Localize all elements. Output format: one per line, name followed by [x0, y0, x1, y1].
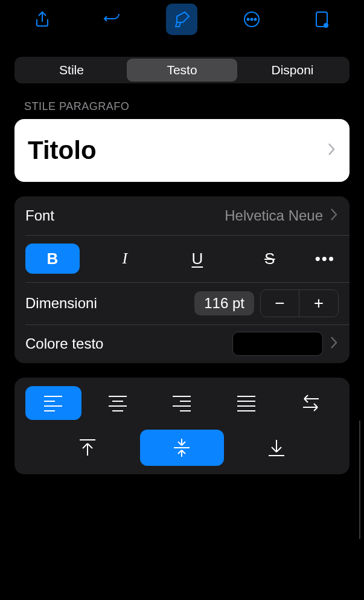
text-direction-icon — [301, 393, 321, 413]
align-justify-icon — [236, 393, 257, 413]
size-decrease-button[interactable]: − — [261, 290, 299, 317]
size-label: Dimensioni — [25, 295, 194, 312]
share-button[interactable] — [27, 4, 58, 35]
strike-glyph: S — [264, 250, 275, 268]
minus-glyph: − — [275, 294, 284, 313]
underline-glyph: U — [191, 250, 203, 268]
italic-glyph: I — [123, 250, 128, 268]
size-value[interactable]: 116 pt — [194, 291, 254, 315]
font-value: Helvetica Neue — [225, 207, 323, 224]
tab-disponi[interactable]: Disponi — [237, 59, 348, 82]
svg-point-3 — [255, 19, 257, 21]
font-more-button[interactable]: ••• — [315, 250, 335, 268]
align-right-icon — [171, 393, 192, 413]
valign-middle-icon — [171, 437, 192, 458]
align-left-icon — [43, 393, 63, 413]
align-center-button[interactable] — [90, 386, 146, 420]
format-brush-icon — [173, 10, 191, 28]
font-style-row: B I U S ••• — [14, 235, 350, 282]
font-size-row: Dimensioni 116 pt − + — [14, 282, 350, 324]
alignment-panel — [14, 378, 350, 474]
valign-bottom-icon — [266, 437, 287, 458]
color-swatch — [232, 332, 323, 356]
paragraph-style-row[interactable]: Titolo — [14, 119, 350, 182]
font-panel: Font Helvetica Neue B I U S ••• Dimensio… — [14, 196, 350, 363]
document-icon — [313, 10, 331, 28]
valign-bottom-button[interactable] — [235, 430, 318, 466]
format-button[interactable] — [166, 4, 197, 35]
align-center-icon — [107, 393, 128, 413]
tab-stile[interactable]: Stile — [16, 59, 127, 82]
valign-middle-button[interactable] — [140, 430, 223, 466]
horizontal-align-row — [25, 386, 339, 420]
chevron-right-icon — [329, 208, 339, 224]
size-increase-button[interactable]: + — [299, 290, 338, 317]
align-left-button[interactable] — [25, 386, 81, 420]
underline-button[interactable]: U — [170, 244, 225, 274]
callout-line — [359, 421, 360, 539]
more-icon — [243, 10, 261, 28]
share-icon — [33, 10, 51, 28]
color-label: Colore testo — [25, 335, 232, 352]
undo-button[interactable] — [97, 4, 128, 35]
plus-glyph: + — [314, 294, 324, 313]
document-button[interactable] — [306, 4, 337, 35]
bold-glyph: B — [47, 250, 59, 268]
size-stepper: − + — [260, 289, 339, 317]
tab-testo[interactable]: Testo — [127, 59, 237, 82]
top-toolbar — [0, 0, 364, 39]
more-button[interactable] — [236, 4, 267, 35]
valign-top-button[interactable] — [46, 430, 129, 466]
font-family-row[interactable]: Font Helvetica Neue — [14, 196, 350, 235]
tab-disponi-label: Disponi — [271, 63, 313, 77]
tab-testo-label: Testo — [167, 63, 197, 77]
svg-point-2 — [251, 19, 253, 21]
chevron-right-icon — [329, 336, 339, 352]
text-color-row[interactable]: Colore testo — [14, 324, 350, 363]
bold-button[interactable]: B — [25, 244, 80, 274]
strikethrough-button[interactable]: S — [243, 244, 297, 274]
italic-button[interactable]: I — [98, 244, 152, 274]
more-glyph: ••• — [315, 250, 335, 268]
svg-point-1 — [247, 19, 249, 21]
text-direction-button[interactable] — [283, 386, 339, 420]
font-label: Font — [25, 207, 225, 224]
undo-icon — [103, 10, 121, 28]
svg-point-5 — [324, 23, 328, 28]
vertical-align-row — [25, 430, 339, 466]
paragraph-style-heading: STILE PARAGRAFO — [24, 100, 340, 113]
chevron-right-icon — [327, 143, 336, 158]
tab-stile-label: Stile — [59, 63, 84, 77]
align-right-button[interactable] — [154, 386, 210, 420]
paragraph-style-value: Titolo — [28, 136, 327, 165]
align-justify-button[interactable] — [219, 386, 275, 420]
valign-top-icon — [77, 437, 98, 458]
format-tabs: Stile Testo Disponi — [14, 57, 350, 83]
